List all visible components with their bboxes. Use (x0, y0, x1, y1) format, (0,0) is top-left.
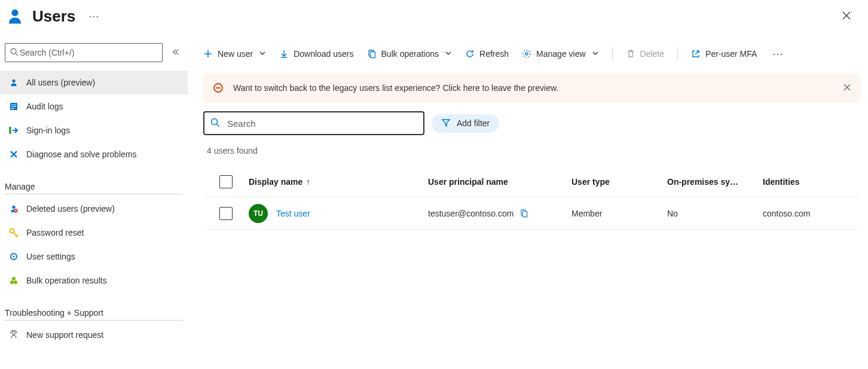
plus-icon (203, 49, 213, 59)
diagnose-icon (8, 149, 19, 160)
svg-point-8 (12, 206, 15, 209)
column-header-display-name[interactable]: Display name↑ (249, 177, 428, 187)
sidebar-item-password-reset[interactable]: Password reset (0, 221, 188, 245)
user-display-name-link[interactable]: Test user (276, 209, 310, 218)
user-settings-icon (8, 251, 19, 262)
column-header-identities[interactable]: Identities (763, 177, 861, 187)
user-type: Member (571, 209, 667, 218)
bulk-operations-button[interactable]: Bulk operations (367, 49, 453, 59)
svg-point-0 (11, 10, 18, 16)
toolbar-label: Manage view (536, 49, 586, 59)
main-search-input[interactable] (226, 118, 417, 129)
svg-point-21 (523, 50, 530, 57)
svg-point-1 (11, 48, 16, 54)
add-filter-button[interactable]: Add filter (432, 114, 499, 133)
svg-line-25 (217, 124, 220, 127)
bulk-icon (367, 49, 377, 59)
main-content: New user Download users Bulk operations (188, 32, 868, 368)
sidebar-item-bulk-results[interactable]: Bulk operation results (0, 269, 188, 292)
toolbar-separator (677, 47, 678, 60)
svg-rect-10 (14, 211, 17, 211)
sidebar-section-manage: Manage (0, 182, 188, 191)
sidebar-item-label: All users (preview) (26, 78, 95, 87)
users-icon (5, 6, 25, 26)
select-all-checkbox[interactable] (219, 175, 233, 188)
sidebar-item-diagnose[interactable]: Diagnose and solve problems (0, 142, 188, 166)
svg-point-15 (14, 280, 17, 284)
user-principal-name: testuser@contoso.com (428, 209, 514, 218)
svg-point-20 (525, 53, 528, 55)
svg-line-2 (16, 53, 18, 56)
filter-pill-label: Add filter (457, 118, 490, 128)
support-icon (8, 330, 19, 340)
sidebar-item-new-support[interactable]: New support request (0, 323, 188, 347)
refresh-icon (465, 49, 475, 59)
svg-point-17 (12, 331, 15, 334)
header-more-icon[interactable]: ··· (88, 10, 99, 23)
chevron-down-icon (259, 49, 266, 59)
divider (5, 194, 183, 194)
page-title: Users (32, 7, 75, 26)
sidebar-item-label: Deleted users (preview) (26, 204, 115, 214)
sort-asc-icon: ↑ (306, 177, 310, 187)
sidebar-item-label: Password reset (26, 228, 84, 237)
copy-icon[interactable] (519, 209, 528, 218)
preview-banner[interactable]: Want to switch back to the legacy users … (203, 73, 861, 103)
sidebar-section-troubleshoot: Troubleshooting + Support (0, 308, 188, 318)
chevron-down-icon (445, 49, 452, 59)
sidebar-item-deleted-users[interactable]: Deleted users (preview) (0, 197, 188, 221)
divider (5, 320, 183, 321)
svg-rect-19 (370, 52, 375, 58)
search-icon (210, 118, 220, 129)
sidebar-search[interactable] (5, 43, 163, 62)
sidebar: All users (preview) Audit logs Sign-in l… (0, 32, 188, 368)
download-users-button[interactable]: Download users (279, 49, 353, 59)
toolbar-separator (612, 47, 613, 60)
svg-rect-6 (11, 106, 16, 107)
table-row[interactable]: TU Test user testuser@contoso.com Member… (203, 197, 861, 230)
download-icon (279, 49, 289, 59)
toolbar-label: Refresh (479, 49, 509, 59)
filter-icon (441, 118, 451, 129)
deleted-user-icon (8, 203, 19, 214)
column-header-onprem[interactable]: On-premises sy… (667, 177, 763, 187)
users-table: Display name↑ User principal name User t… (203, 166, 861, 230)
sidebar-item-audit-logs[interactable]: Audit logs (0, 94, 188, 118)
trash-icon (626, 49, 635, 59)
identities: contoso.com (763, 209, 861, 218)
sidebar-search-input[interactable] (19, 47, 157, 58)
svg-point-14 (10, 280, 14, 284)
gear-icon (522, 49, 531, 59)
sidebar-item-all-users[interactable]: All users (preview) (0, 71, 188, 94)
sidebar-item-user-settings[interactable]: User settings (0, 245, 188, 269)
toolbar-label: Bulk operations (381, 49, 439, 59)
column-header-upn[interactable]: User principal name (428, 177, 571, 187)
close-button[interactable] (838, 7, 855, 26)
toolbar-label: New user (218, 49, 253, 59)
command-bar: New user Download users Bulk operations (203, 41, 861, 67)
chevron-down-icon (592, 49, 599, 59)
sidebar-item-label: User settings (26, 252, 75, 261)
search-icon (10, 48, 19, 58)
main-search[interactable] (203, 111, 424, 135)
table-header-row: Display name↑ User principal name User t… (203, 166, 861, 197)
banner-text: Want to switch back to the legacy users … (233, 83, 558, 93)
manage-view-button[interactable]: Manage view (522, 49, 599, 59)
sidebar-item-label: Diagnose and solve problems (26, 150, 136, 159)
row-checkbox[interactable] (219, 207, 233, 220)
per-user-mfa-button[interactable]: Per-user MFA (691, 49, 757, 59)
svg-point-16 (12, 277, 16, 280)
sidebar-item-label: Audit logs (26, 102, 63, 111)
svg-point-24 (212, 118, 218, 124)
svg-rect-5 (11, 105, 16, 105)
key-icon (8, 227, 19, 238)
results-count: 4 users found (207, 146, 861, 155)
sidebar-item-signin-logs[interactable]: Sign-in logs (0, 118, 188, 142)
collapse-sidebar-button[interactable] (167, 44, 183, 62)
column-header-user-type[interactable]: User type (571, 177, 667, 187)
toolbar-overflow-button[interactable]: ··· (770, 48, 786, 60)
new-user-button[interactable]: New user (203, 49, 266, 59)
refresh-button[interactable]: Refresh (465, 49, 509, 59)
banner-close-button[interactable] (843, 83, 851, 93)
warning-icon (213, 83, 224, 93)
